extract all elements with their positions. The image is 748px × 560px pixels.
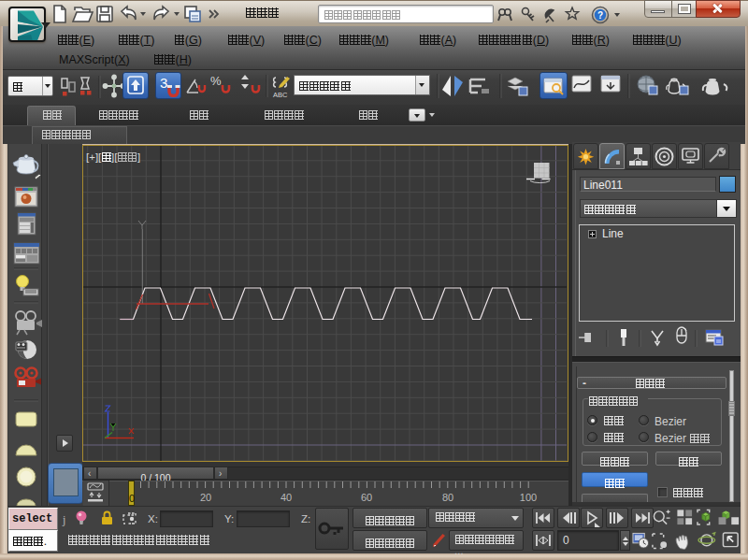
svg-text:?: ? <box>597 10 603 21</box>
svg-text:40: 40 <box>280 492 292 503</box>
svg-text:ABC: ABC <box>273 91 288 99</box>
svg-text:80: 80 <box>442 492 453 503</box>
svg-text:100: 100 <box>520 492 537 503</box>
svg-text:20: 20 <box>200 492 211 503</box>
svg-text:j: j <box>62 513 65 526</box>
svg-text:%: % <box>210 74 222 88</box>
svg-text:60: 60 <box>361 492 372 503</box>
